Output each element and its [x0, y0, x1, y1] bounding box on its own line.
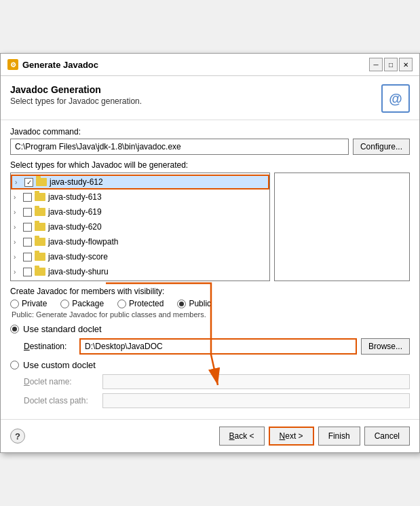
- checkbox-612[interactable]: [24, 178, 33, 187]
- dialog-title: Generate Javadoc: [22, 60, 98, 70]
- back-button[interactable]: Back <: [219, 427, 265, 446]
- checkbox-flowpath[interactable]: [23, 238, 32, 247]
- visibility-radio-row: Private Package Protected Public: [10, 299, 410, 308]
- radio-private[interactable]: Private: [10, 299, 47, 308]
- destination-row: Destination: Browse...: [24, 338, 410, 355]
- javadoc-logo: [381, 84, 410, 113]
- header-subtitle: Select types for Javadoc generation.: [10, 96, 142, 106]
- footer-left: ?: [10, 429, 25, 444]
- destination-input[interactable]: [79, 338, 357, 355]
- tree-item-label-613: java-study-613: [48, 192, 102, 202]
- javadoc-command-input-row: Configure...: [10, 139, 410, 155]
- doclet-section: Use standard doclet Destination: Browse.…: [10, 324, 410, 408]
- dialog-content: Javadoc command: Configure... Select typ…: [1, 120, 419, 419]
- folder-icon-619: [35, 208, 45, 216]
- maximize-button[interactable]: □: [384, 58, 398, 71]
- tree-container: › java-study-612 › java-study-613 ›: [10, 173, 410, 281]
- cancel-button[interactable]: Cancel: [364, 427, 410, 446]
- doclet-classpath-label: Doclet class path:: [24, 396, 98, 405]
- javadoc-command-row: Javadoc command: Configure...: [10, 127, 410, 155]
- tree-toggle-score[interactable]: ›: [14, 253, 20, 261]
- footer-right: Back < Next > Finish Cancel: [219, 427, 410, 446]
- radio-circle-private[interactable]: [10, 300, 19, 308]
- tree-toggle-612[interactable]: ›: [15, 179, 22, 186]
- checkbox-619[interactable]: [23, 208, 32, 217]
- custom-doclet-label: Use custom doclet: [23, 360, 96, 370]
- custom-doclet-row: Use custom doclet: [10, 360, 410, 370]
- visibility-label: Create Javadoc for members with visibili…: [10, 287, 410, 296]
- radio-circle-public[interactable]: [177, 300, 186, 308]
- radio-package[interactable]: Package: [60, 299, 104, 308]
- tree-item-label-flowpath: java-study-flowpath: [48, 237, 118, 247]
- tree-item-612[interactable]: › java-study-612: [11, 175, 269, 189]
- tree-item-613[interactable]: › java-study-613: [11, 189, 269, 204]
- configure-button[interactable]: Configure...: [353, 139, 410, 155]
- header-section: Javadoc Generation Select types for Java…: [1, 76, 419, 120]
- types-label: Select types for which Javadoc will be g…: [10, 160, 410, 170]
- help-button[interactable]: ?: [10, 429, 25, 444]
- folder-icon-620: [35, 223, 45, 231]
- tree-item-label-620: java-study-620: [48, 222, 102, 232]
- title-controls: ─ □ ✕: [369, 58, 413, 71]
- tree-item-620[interactable]: › java-study-620: [11, 219, 269, 234]
- header-title: Javadoc Generation: [10, 84, 142, 95]
- doclet-name-label: Doclet name:: [24, 377, 98, 386]
- tree-item-label-612: java-study-612: [50, 177, 103, 187]
- radio-protected[interactable]: Protected: [117, 299, 164, 308]
- radio-label-private: Private: [22, 299, 47, 308]
- doclet-name-input: [102, 374, 410, 389]
- doclet-classpath-input: [102, 393, 410, 408]
- checkbox-shuru[interactable]: [23, 268, 32, 276]
- checkbox-620[interactable]: [23, 223, 32, 232]
- radio-public[interactable]: Public: [177, 299, 211, 308]
- radio-label-package: Package: [72, 299, 104, 308]
- folder-icon-613: [35, 193, 45, 201]
- tree-toggle-shuru[interactable]: ›: [14, 268, 20, 276]
- minimize-button[interactable]: ─: [369, 58, 383, 71]
- tree-item-flowpath[interactable]: › java-study-flowpath: [11, 234, 269, 249]
- checkbox-613[interactable]: [23, 193, 32, 202]
- standard-doclet-row: Use standard doclet: [10, 324, 410, 334]
- title-bar: ⚙ Generate Javadoc ─ □ ✕: [1, 54, 419, 76]
- tree-item-619[interactable]: › java-study-619: [11, 204, 269, 219]
- visibility-section: Create Javadoc for members with visibili…: [10, 287, 410, 319]
- tree-item-label-shuru: java-study-shuru: [48, 267, 109, 276]
- radio-label-public: Public: [189, 299, 211, 308]
- tree-item-label-619: java-study-619: [48, 207, 102, 217]
- checkbox-score[interactable]: [23, 253, 32, 261]
- radio-circle-package[interactable]: [60, 300, 69, 308]
- folder-icon-flowpath: [35, 238, 45, 246]
- title-bar-left: ⚙ Generate Javadoc: [7, 59, 98, 70]
- folder-icon-612: [36, 178, 47, 186]
- standard-doclet-label: Use standard doclet: [23, 324, 102, 334]
- radio-custom-doclet[interactable]: [10, 361, 19, 369]
- finish-button[interactable]: Finish: [318, 427, 360, 446]
- folder-icon-shuru: [35, 268, 45, 276]
- javadoc-command-label: Javadoc command:: [10, 127, 410, 137]
- radio-circle-protected[interactable]: [117, 300, 126, 308]
- tree-toggle-620[interactable]: ›: [14, 223, 20, 231]
- footer: ? Back < Next > Finish Cancel: [1, 419, 419, 452]
- generate-javadoc-dialog: ⚙ Generate Javadoc ─ □ ✕ Javadoc Generat…: [0, 53, 420, 453]
- tree-detail-panel: [274, 173, 410, 281]
- header-text: Javadoc Generation Select types for Java…: [10, 84, 142, 106]
- radio-standard-doclet[interactable]: [10, 325, 19, 333]
- tree-toggle-613[interactable]: ›: [14, 194, 20, 201]
- browse-button[interactable]: Browse...: [361, 338, 410, 355]
- tree-item-score[interactable]: › java-study-score: [11, 249, 269, 264]
- visibility-desc: Public: Generate Javadoc for public clas…: [12, 310, 410, 319]
- folder-icon-score: [35, 253, 45, 261]
- doclet-fields: Doclet name: Doclet class path:: [24, 374, 410, 408]
- tree-list[interactable]: › java-study-612 › java-study-613 ›: [10, 173, 270, 281]
- doclet-name-row: Doclet name:: [24, 374, 410, 389]
- radio-label-protected: Protected: [129, 299, 164, 308]
- close-button[interactable]: ✕: [399, 58, 413, 71]
- tree-toggle-flowpath[interactable]: ›: [14, 238, 20, 246]
- destination-label: Destination:: [24, 342, 75, 351]
- dialog-icon: ⚙: [7, 59, 18, 70]
- tree-toggle-619[interactable]: ›: [14, 209, 20, 216]
- javadoc-command-input[interactable]: [10, 139, 349, 155]
- types-selection-row: Select types for which Javadoc will be g…: [10, 160, 410, 281]
- tree-item-shuru[interactable]: › java-study-shuru: [11, 264, 269, 279]
- next-button[interactable]: Next >: [269, 427, 314, 446]
